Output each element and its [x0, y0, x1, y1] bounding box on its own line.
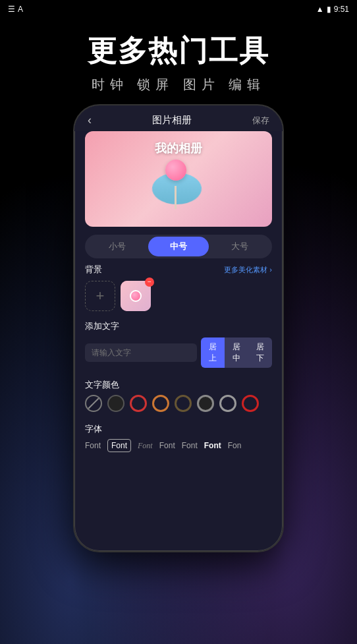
hero-subtitle: 时钟 锁屏 图片 编辑	[92, 76, 266, 94]
align-top-button[interactable]: 居上	[201, 337, 225, 368]
menu-icon: ☰	[8, 5, 15, 14]
size-large[interactable]: 大号	[209, 237, 270, 256]
battery-icon: ▮	[327, 5, 331, 14]
main-content: 更多热门工具 时钟 锁屏 图片 编辑 ‹ 图片相册 保存 我的相册 小号 中号 …	[0, 18, 357, 644]
status-right: ▲ ▮ 9:51	[316, 5, 349, 14]
color-red-ring[interactable]	[130, 395, 147, 412]
text-input-row: 居上 居中 居下	[85, 337, 272, 368]
font-item-3[interactable]: Font	[138, 441, 153, 451]
align-bottom-button[interactable]: 居下	[248, 337, 272, 368]
color-dark2[interactable]	[197, 395, 214, 412]
size-selector: 小号 中号 大号	[85, 235, 272, 258]
font-section: 字体 Font Font Font Font Font Font Fon	[74, 417, 283, 452]
back-button[interactable]: ‹	[88, 113, 92, 127]
background-more[interactable]: 更多美化素材 ›	[224, 265, 272, 275]
color-black[interactable]	[107, 395, 124, 412]
hero-title: 更多热门工具	[88, 32, 269, 71]
add-text-header: 添加文字	[85, 320, 272, 332]
save-button[interactable]: 保存	[252, 115, 269, 127]
font-item-7[interactable]: Fon	[228, 441, 242, 450]
text-color-label: 文字颜色	[85, 380, 119, 390]
color-red2[interactable]	[242, 395, 259, 412]
background-section-header: 背景 更多美化素材 ›	[85, 264, 272, 276]
color-row	[85, 395, 272, 412]
background-section: 背景 更多美化素材 › + −	[74, 258, 283, 311]
color-grey-ring[interactable]	[219, 395, 236, 412]
lollipop-stick	[175, 186, 177, 209]
color-dark-ring[interactable]	[175, 395, 192, 412]
app-label: A	[18, 5, 23, 14]
background-label: 背景	[85, 264, 102, 276]
time-display: 9:51	[334, 5, 349, 14]
font-item-4[interactable]: Font	[159, 441, 175, 450]
font-label: 字体	[85, 424, 102, 434]
add-text-section: 添加文字 居上 居中 居下	[74, 315, 283, 368]
size-medium[interactable]: 中号	[148, 237, 209, 256]
status-left: ☰ A	[8, 5, 23, 14]
color-orange-ring[interactable]	[152, 395, 169, 412]
font-row: Font Font Font Font Font Font Fon	[85, 439, 272, 452]
lollipop-candy	[165, 160, 186, 181]
album-preview: 我的相册	[85, 131, 272, 227]
phone-top-bar: ‹ 图片相册 保存	[74, 105, 283, 131]
phone-screen-title: 图片相册	[152, 114, 192, 127]
delete-background-button[interactable]: −	[145, 278, 154, 287]
thumb-decoration	[130, 290, 142, 302]
add-background-button[interactable]: +	[85, 281, 115, 311]
phone-mockup: ‹ 图片相册 保存 我的相册 小号 中号 大号 背景 更多美化素材 ›	[73, 104, 284, 552]
font-item-6[interactable]: Font	[204, 441, 221, 450]
text-color-section: 文字颜色	[74, 373, 283, 412]
font-item-5[interactable]: Font	[182, 441, 198, 450]
status-bar: ☰ A ▲ ▮ 9:51	[0, 0, 357, 18]
color-none[interactable]	[85, 395, 102, 412]
background-items: + −	[85, 281, 272, 311]
align-middle-button[interactable]: 居中	[225, 337, 248, 368]
add-text-label: 添加文字	[85, 320, 119, 332]
font-item-2[interactable]: Font	[107, 439, 131, 452]
text-input[interactable]	[85, 343, 197, 362]
font-item-1[interactable]: Font	[85, 441, 101, 450]
album-title: 我的相册	[85, 140, 272, 156]
album-decoration	[152, 160, 205, 212]
align-buttons: 居上 居中 居下	[201, 337, 272, 368]
background-thumbnail[interactable]: −	[121, 281, 151, 311]
wifi-icon: ▲	[316, 5, 324, 14]
size-small[interactable]: 小号	[87, 237, 148, 256]
